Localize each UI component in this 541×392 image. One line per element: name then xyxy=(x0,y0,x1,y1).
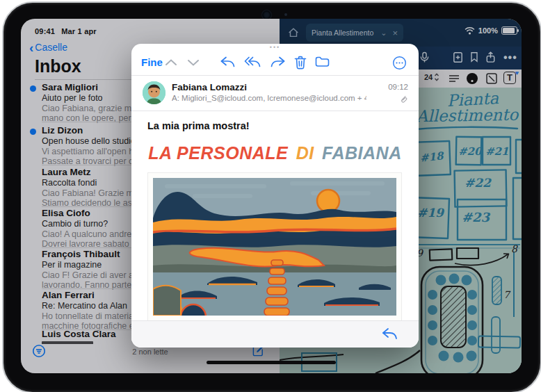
divider xyxy=(131,111,419,111)
artwork-title-part2: DI xyxy=(293,143,317,163)
message-toolbar: Fine xyxy=(131,51,419,74)
artwork-title-part3: FABIANA xyxy=(322,143,402,163)
artwork-painting xyxy=(148,173,401,320)
message-footer xyxy=(131,320,419,348)
folder-icon[interactable] xyxy=(315,56,330,70)
recipients-line[interactable]: A: Migliori_S@icloud.com, lcremonese@icl… xyxy=(172,94,366,102)
sender-avatar[interactable] xyxy=(143,81,165,104)
home-indicator[interactable] xyxy=(207,361,336,364)
received-time: 09:12 xyxy=(388,83,408,91)
forward-icon[interactable] xyxy=(270,56,286,70)
attachment-paperclip-icon xyxy=(399,95,407,103)
screenshot: 09:41Mar 1 apr ‹Caselle Inbox Sara Migli… xyxy=(0,0,541,392)
ipad-device: 09:41Mar 1 apr ‹Caselle Inbox Sara Migli… xyxy=(2,1,541,392)
mail-message-window: ••• Fine xyxy=(131,44,419,348)
chevron-down-icon[interactable] xyxy=(186,56,201,70)
sensor-dot xyxy=(284,13,287,16)
artwork-title: LA PERSONALE DI FABIANA xyxy=(145,143,405,163)
sender-name: Fabiana Lomazzi xyxy=(172,82,247,92)
ipad-screen: 09:41Mar 1 apr ‹Caselle Inbox Sara Migli… xyxy=(21,19,522,373)
message-subject: La mia prima mostra! xyxy=(147,120,250,131)
done-button[interactable]: Fine xyxy=(141,56,163,68)
window-drag-handle[interactable]: ••• xyxy=(131,44,419,51)
chevron-up-icon[interactable] xyxy=(163,56,179,70)
reply-icon[interactable] xyxy=(220,56,235,70)
more-circle-icon[interactable] xyxy=(392,56,407,70)
artwork-title-part1: LA PERSONALE xyxy=(148,143,288,163)
reply-all-icon[interactable] xyxy=(244,56,259,70)
trash-icon[interactable] xyxy=(294,56,309,70)
divider xyxy=(131,75,419,76)
reply-button[interactable] xyxy=(381,327,398,342)
